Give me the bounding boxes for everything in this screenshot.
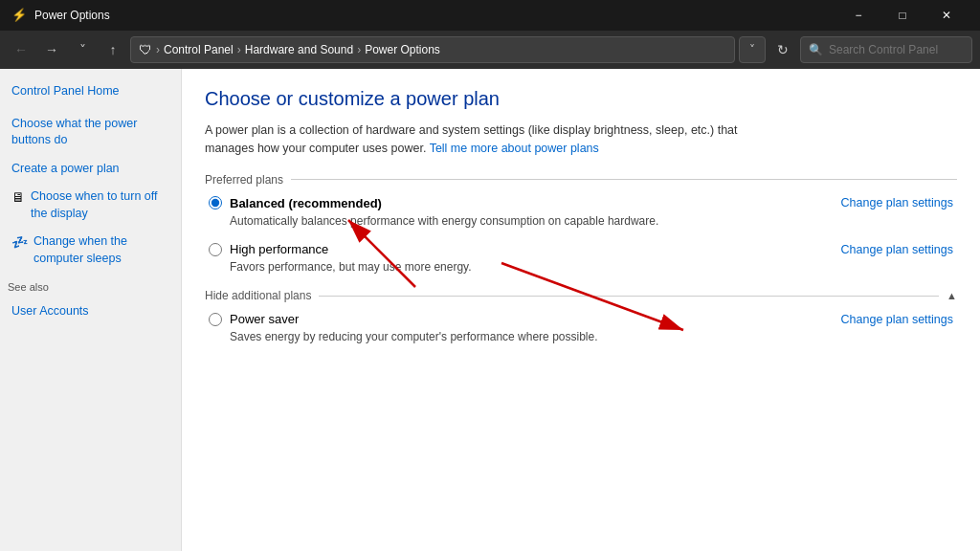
collapse-button[interactable]: ▲ [947, 290, 957, 301]
plan-label-balanced[interactable]: Balanced (recommended) [209, 196, 382, 210]
power-options-icon: ⚡ [11, 8, 27, 23]
window-title: Power Options [34, 9, 110, 22]
plan-row-balanced: Balanced (recommended) Change plan setti… [209, 196, 957, 210]
plan-item-power-saver: Power saver Change plan settings Saves e… [205, 312, 957, 345]
plan-label-high-performance[interactable]: High performance [209, 242, 328, 256]
sidebar-item-turn-off-display[interactable]: 🖥 Choose when to turn off the display [8, 186, 173, 225]
sleep-icon: 💤 [11, 234, 28, 250]
titlebar-controls: − □ ✕ [836, 0, 969, 31]
plan-radio-balanced[interactable] [209, 196, 222, 209]
hide-plans-section: Hide additional plans ▲ Power saver Chan… [205, 289, 957, 345]
plans-container: Balanced (recommended) Change plan setti… [205, 196, 957, 276]
search-icon: 🔍 [809, 43, 823, 56]
page-description: A power plan is a collection of hardware… [205, 121, 741, 158]
plan-row-high-performance: High performance Change plan settings [209, 242, 957, 256]
plan-name-power-saver: Power saver [230, 312, 299, 326]
minimize-button[interactable]: − [836, 0, 880, 31]
main-layout: Control Panel Home Choose what the power… [0, 69, 980, 551]
addressbar: ← → ˅ ↑ 🛡 › Control Panel › Hardware and… [0, 31, 980, 69]
display-icon: 🖥 [11, 189, 25, 205]
breadcrumb-control-panel[interactable]: Control Panel [164, 43, 234, 56]
address-dropdown-button[interactable]: ˅ [739, 36, 766, 63]
plan-radio-high-performance[interactable] [209, 243, 222, 256]
plan-label-power-saver[interactable]: Power saver [209, 312, 299, 326]
search-input[interactable] [829, 43, 964, 56]
section-line-hide [319, 296, 939, 297]
back-button[interactable]: ← [8, 36, 34, 63]
sidebar-item-power-buttons[interactable]: Choose what the power buttons do [8, 113, 173, 152]
page-title: Choose or customize a power plan [205, 88, 957, 110]
plan-desc-high-performance: Favors performance, but may use more ene… [230, 259, 957, 276]
hide-plans-header: Hide additional plans ▲ [205, 289, 957, 302]
breadcrumb-hardware-sound[interactable]: Hardware and Sound [245, 43, 353, 56]
up-button[interactable]: ↑ [100, 36, 126, 63]
address-path[interactable]: 🛡 › Control Panel › Hardware and Sound ›… [130, 36, 735, 63]
change-settings-power-saver[interactable]: Change plan settings [841, 313, 953, 326]
close-button[interactable]: ✕ [924, 0, 969, 31]
sidebar-item-user-accounts[interactable]: User Accounts [8, 300, 173, 323]
plan-name-balanced: Balanced (recommended) [230, 196, 382, 210]
path-icon: 🛡 [139, 42, 152, 57]
hide-plans-label: Hide additional plans [205, 289, 311, 302]
preferred-plans-header: Preferred plans [205, 173, 957, 187]
section-line-preferred [291, 179, 957, 180]
forward-button[interactable]: → [38, 36, 65, 63]
plan-radio-power-saver[interactable] [209, 313, 222, 326]
plan-desc-power-saver: Saves energy by reducing your computer's… [230, 329, 957, 345]
see-also-label: See also [8, 281, 173, 293]
content-area: Choose or customize a power plan A power… [182, 69, 980, 551]
plan-item-balanced: Balanced (recommended) Change plan setti… [205, 196, 957, 230]
plan-desc-balanced: Automatically balances performance with … [230, 213, 957, 230]
change-settings-balanced[interactable]: Change plan settings [841, 196, 953, 209]
sidebar: Control Panel Home Choose what the power… [0, 69, 182, 551]
titlebar-left: ⚡ Power Options [11, 8, 110, 23]
dropdown-button[interactable]: ˅ [69, 36, 96, 63]
sidebar-item-create-power-plan[interactable]: Create a power plan [8, 158, 173, 181]
maximize-button[interactable]: □ [880, 0, 924, 31]
breadcrumb-power-options[interactable]: Power Options [365, 43, 440, 56]
plan-item-high-performance: High performance Change plan settings Fa… [205, 242, 957, 276]
preferred-plans-label: Preferred plans [205, 173, 283, 187]
plan-row-power-saver: Power saver Change plan settings [209, 312, 957, 326]
sidebar-item-computer-sleeps[interactable]: 💤 Change when the computer sleeps [8, 231, 173, 270]
search-box[interactable]: 🔍 [800, 36, 972, 63]
description-link[interactable]: Tell me more about power plans [430, 142, 599, 155]
titlebar: ⚡ Power Options − □ ✕ [0, 0, 980, 31]
change-settings-high-performance[interactable]: Change plan settings [841, 243, 953, 256]
sidebar-item-control-panel-home[interactable]: Control Panel Home [8, 80, 173, 103]
plan-name-high-performance: High performance [230, 242, 328, 256]
refresh-button[interactable]: ↻ [769, 36, 796, 63]
